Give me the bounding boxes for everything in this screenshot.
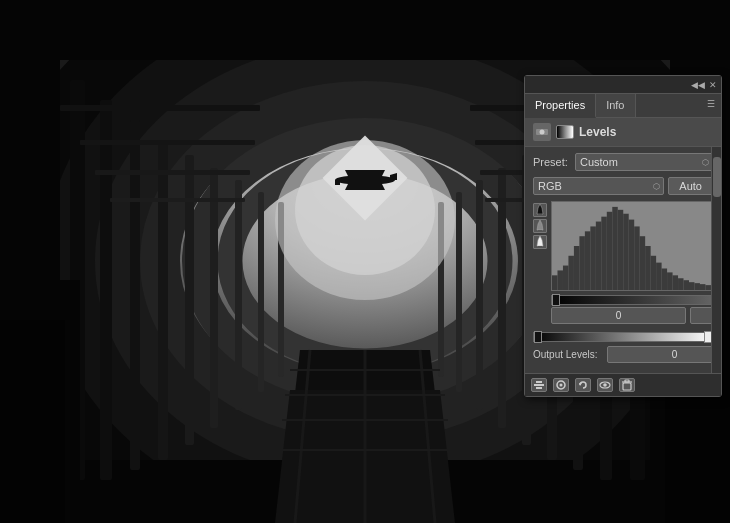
svg-rect-25 <box>498 168 506 428</box>
svg-rect-7 <box>0 0 730 60</box>
svg-rect-127 <box>625 380 629 382</box>
eyedropper-tools <box>533 201 547 249</box>
svg-rect-16 <box>210 168 218 428</box>
svg-point-121 <box>560 384 563 387</box>
panel-footer <box>525 373 721 396</box>
svg-rect-35 <box>110 198 245 202</box>
svg-rect-86 <box>656 263 661 290</box>
svg-rect-73 <box>585 231 590 290</box>
black-input-handle[interactable] <box>552 294 560 306</box>
adjustment-layer-icon <box>533 123 551 141</box>
black-output-handle[interactable] <box>534 331 542 343</box>
levels-histogram-icon <box>556 125 574 139</box>
view-previous-state-icon[interactable] <box>553 378 569 392</box>
output-min-value[interactable] <box>607 346 721 363</box>
svg-rect-85 <box>651 256 656 290</box>
panel-tabs: Properties Info ☰ <box>525 94 721 118</box>
input-values-row <box>551 307 721 324</box>
svg-rect-79 <box>618 210 623 290</box>
preset-label: Preset: <box>533 156 571 168</box>
histogram-container <box>551 201 721 330</box>
input-min-value[interactable] <box>551 307 686 324</box>
channel-row: RGB Red Green Blue Auto <box>533 177 713 195</box>
svg-rect-89 <box>673 275 678 290</box>
svg-rect-65 <box>538 246 542 248</box>
delete-adjustment-icon[interactable] <box>619 378 635 392</box>
svg-marker-64 <box>537 236 543 246</box>
svg-rect-69 <box>563 266 568 290</box>
properties-panel: ◀◀ ✕ Properties Info ☰ Levels Preset: Cu… <box>524 75 722 397</box>
panel-titlebar: ◀◀ ✕ <box>525 76 721 94</box>
scrollbar[interactable] <box>711 147 721 373</box>
scrollbar-thumb[interactable] <box>713 157 721 197</box>
histogram-display <box>551 201 721 291</box>
preset-row: Preset: Custom <box>533 153 713 171</box>
svg-rect-82 <box>634 226 639 290</box>
svg-rect-17 <box>235 180 242 410</box>
svg-rect-88 <box>667 272 672 290</box>
panel-header: Levels <box>525 118 721 147</box>
svg-rect-70 <box>568 256 573 290</box>
svg-rect-92 <box>689 282 694 290</box>
svg-rect-93 <box>694 283 699 290</box>
close-icon[interactable]: ✕ <box>709 80 717 90</box>
svg-rect-78 <box>612 207 617 290</box>
svg-rect-83 <box>640 236 645 290</box>
histogram-section <box>533 201 713 330</box>
gray-point-eyedropper[interactable] <box>533 219 547 233</box>
svg-rect-125 <box>623 383 631 390</box>
channel-select-wrapper: RGB Red Green Blue <box>533 177 664 195</box>
svg-rect-31 <box>80 140 255 145</box>
svg-rect-87 <box>662 268 667 290</box>
svg-rect-12 <box>100 100 112 480</box>
black-point-eyedropper[interactable] <box>533 203 547 217</box>
svg-rect-29 <box>60 105 260 111</box>
svg-rect-90 <box>678 278 683 290</box>
svg-rect-77 <box>607 212 612 290</box>
output-levels-slider[interactable] <box>533 332 713 342</box>
svg-rect-118 <box>536 381 542 383</box>
auto-button[interactable]: Auto <box>668 177 713 195</box>
preset-select[interactable]: Custom <box>575 153 713 171</box>
svg-marker-50 <box>345 170 385 180</box>
svg-rect-72 <box>579 236 584 290</box>
svg-rect-27 <box>456 192 462 392</box>
svg-point-59 <box>540 130 545 135</box>
svg-rect-75 <box>596 222 601 290</box>
channel-select[interactable]: RGB Red Green Blue <box>533 177 664 195</box>
collapse-left-icon[interactable]: ◀◀ <box>691 80 705 90</box>
svg-rect-76 <box>601 217 606 290</box>
output-levels-label: Output Levels: <box>533 349 603 360</box>
clip-to-layer-icon[interactable] <box>531 378 547 392</box>
svg-rect-119 <box>536 387 542 389</box>
svg-rect-61 <box>538 214 542 216</box>
svg-rect-14 <box>158 140 168 460</box>
svg-rect-84 <box>645 246 650 290</box>
panel-menu-icon[interactable]: ☰ <box>701 94 721 117</box>
svg-rect-71 <box>574 246 579 290</box>
input-levels-slider[interactable] <box>551 295 721 305</box>
svg-rect-68 <box>557 270 562 290</box>
svg-rect-63 <box>538 230 542 232</box>
svg-point-124 <box>603 383 607 387</box>
toggle-layer-visibility-icon[interactable] <box>597 378 613 392</box>
svg-rect-74 <box>590 226 595 290</box>
svg-marker-53 <box>335 180 340 185</box>
svg-rect-55 <box>0 320 65 523</box>
preset-select-wrapper: Custom <box>575 153 713 171</box>
svg-rect-117 <box>534 384 544 386</box>
reset-to-defaults-icon[interactable] <box>575 378 591 392</box>
tab-info[interactable]: Info <box>596 94 635 117</box>
panel-title: Levels <box>579 125 616 139</box>
svg-rect-26 <box>476 180 483 410</box>
tab-properties[interactable]: Properties <box>525 94 596 118</box>
panel-body: Preset: Custom RGB Red Green Blue <box>525 147 721 373</box>
svg-rect-81 <box>629 220 634 290</box>
svg-rect-67 <box>552 275 557 290</box>
svg-marker-62 <box>537 220 543 230</box>
svg-rect-91 <box>684 280 689 290</box>
svg-rect-33 <box>95 170 250 175</box>
svg-marker-60 <box>537 204 543 214</box>
white-point-eyedropper[interactable] <box>533 235 547 249</box>
svg-rect-94 <box>700 284 705 290</box>
